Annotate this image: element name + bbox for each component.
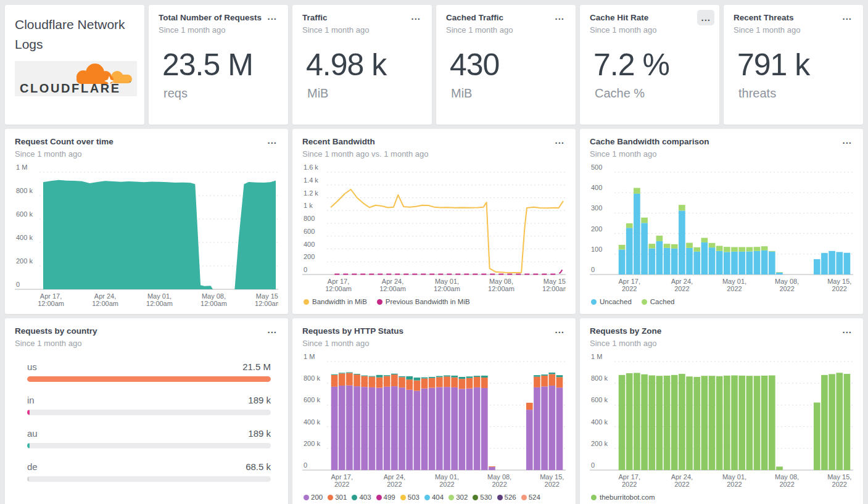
- panel-menu-button[interactable]: ...: [838, 9, 856, 24]
- stat-card-total-requests: Total Number of Requests Since 1 month a…: [149, 5, 288, 125]
- stat-subtitle: Since 1 month ago: [159, 25, 278, 35]
- bar-segment: [709, 247, 716, 275]
- bar-segment: [731, 375, 738, 469]
- stat-title: Cached Traffic: [446, 12, 566, 23]
- chart-legend: theburritobot.com: [590, 490, 853, 504]
- bar-segment: [436, 377, 443, 387]
- legend-dot-icon: [352, 495, 357, 500]
- stat-row: Cloudflare Network Logs CLOUDFLARE ': [5, 5, 863, 125]
- svg-text:600 k: 600 k: [304, 396, 320, 403]
- bar-segment: [526, 410, 533, 470]
- country-value: 21.5 M: [242, 361, 271, 372]
- svg-text:800: 800: [304, 215, 315, 222]
- legend-item-526[interactable]: 526: [497, 494, 516, 501]
- svg-text:400: 400: [304, 240, 315, 247]
- legend-item-theburritobot.com[interactable]: theburritobot.com: [591, 494, 655, 501]
- svg-text:400: 400: [591, 184, 602, 191]
- legend-item-200[interactable]: 200: [304, 494, 323, 501]
- legend-item-524[interactable]: 524: [521, 494, 540, 501]
- legend-item-403[interactable]: 403: [352, 494, 371, 501]
- legend-label: Uncached: [600, 298, 632, 305]
- bar-segment: [754, 247, 761, 251]
- panel-menu-button[interactable]: ...: [263, 9, 281, 24]
- country-label: de: [27, 461, 38, 472]
- svg-text:1.2 k: 1.2 k: [304, 189, 318, 196]
- legend-item-Bandwidth in MiB[interactable]: Bandwidth in MiB: [304, 298, 367, 305]
- bar-segment: [526, 402, 533, 409]
- country-row-au: au189 k: [27, 428, 271, 448]
- svg-text:May 08,2022: May 08,2022: [487, 473, 511, 488]
- bar-segment: [724, 375, 730, 469]
- legend-item-Previous Bandwidth in MiB[interactable]: Previous Bandwidth in MiB: [377, 298, 470, 305]
- legend-item-302[interactable]: 302: [448, 494, 468, 501]
- legend-label: 526: [505, 494, 516, 501]
- bar-segment: [474, 387, 481, 469]
- svg-text:1.4 k: 1.4 k: [304, 176, 318, 183]
- legend-label: Previous Bandwidth in MiB: [386, 298, 470, 305]
- country-label: in: [27, 395, 35, 405]
- country-bar-fill: [27, 376, 271, 382]
- panel-menu-button[interactable]: ...: [697, 10, 714, 25]
- bar-segment: [641, 217, 648, 223]
- stat-unit: Cache %: [595, 86, 709, 101]
- svg-text:200 k: 200 k: [304, 439, 320, 447]
- bar-segment: [731, 251, 738, 274]
- bar-segment: [548, 374, 555, 386]
- legend-label: 302: [456, 494, 468, 501]
- bar-segment: [421, 377, 428, 378]
- panel-title: Cache Bandwidth comparison: [590, 136, 709, 147]
- panel-menu-button[interactable]: ...: [838, 322, 856, 337]
- bar-segment: [474, 377, 481, 387]
- legend-label: Cached: [650, 298, 675, 305]
- bar-segment: [534, 375, 540, 376]
- legend-item-Cached[interactable]: Cached: [642, 298, 675, 305]
- bar-segment: [399, 376, 405, 376]
- panel-menu-button[interactable]: ...: [551, 322, 568, 337]
- bar-segment: [634, 193, 640, 274]
- legend-item-301[interactable]: 301: [328, 494, 347, 501]
- bar-segment: [548, 386, 555, 470]
- bar-segment: [414, 378, 421, 381]
- country-bar-track: [27, 476, 271, 482]
- panel-menu-button[interactable]: ...: [551, 9, 568, 24]
- http-status-svg: 1 M800 k600 k400 k200 k0Apr 17,2022Apr 2…: [302, 353, 566, 490]
- bar-segment: [776, 466, 783, 470]
- bar-segment: [836, 373, 843, 470]
- stat-card-traffic: Traffic Since 1 month ago ... 4.98 k MiB: [292, 5, 432, 125]
- legend-dot-icon: [521, 495, 527, 500]
- bar-segment: [709, 376, 716, 470]
- legend-item-503[interactable]: 503: [400, 494, 420, 501]
- panel-menu-button[interactable]: ...: [263, 322, 281, 337]
- requests-by-country-list: us21.5 Min189 kau189 kde68.5 k: [15, 353, 278, 504]
- bar-segment: [656, 235, 663, 241]
- panel-menu-button[interactable]: ...: [263, 133, 281, 148]
- panel-menu-button[interactable]: ...: [838, 133, 856, 148]
- bar-segment: [534, 387, 540, 469]
- bar-segment: [716, 246, 723, 250]
- bar-segment: [671, 374, 678, 469]
- legend-item-404[interactable]: 404: [424, 494, 444, 501]
- stat-title: Recent Threats: [734, 12, 853, 23]
- legend-dot-icon: [376, 495, 382, 500]
- bar-segment: [556, 387, 563, 470]
- bar-segment: [626, 373, 633, 470]
- bar-segment: [534, 376, 540, 387]
- legend-item-Uncached[interactable]: Uncached: [591, 298, 632, 305]
- bar-segment: [376, 387, 383, 469]
- chart-row-1: Request Count over time Since 1 month ag…: [5, 129, 863, 314]
- country-bar-fill: [27, 476, 29, 482]
- panel-menu-button[interactable]: ...: [407, 9, 424, 24]
- bar-segment: [701, 376, 708, 470]
- legend-item-499[interactable]: 499: [376, 494, 395, 501]
- bar-segment: [399, 377, 405, 387]
- bar-segment: [353, 374, 360, 374]
- panel-menu-button[interactable]: ...: [551, 133, 568, 148]
- bar-segment: [429, 387, 436, 469]
- panel-title: Recent Bandwidth: [302, 136, 429, 147]
- bar-segment: [836, 252, 843, 275]
- svg-text:800 k: 800 k: [16, 187, 33, 194]
- bar-segment: [724, 252, 730, 275]
- panel-requests-by-country: Requests by country Since 1 month ago ..…: [5, 318, 288, 504]
- bar-segment: [421, 388, 428, 469]
- legend-item-530[interactable]: 530: [473, 494, 492, 501]
